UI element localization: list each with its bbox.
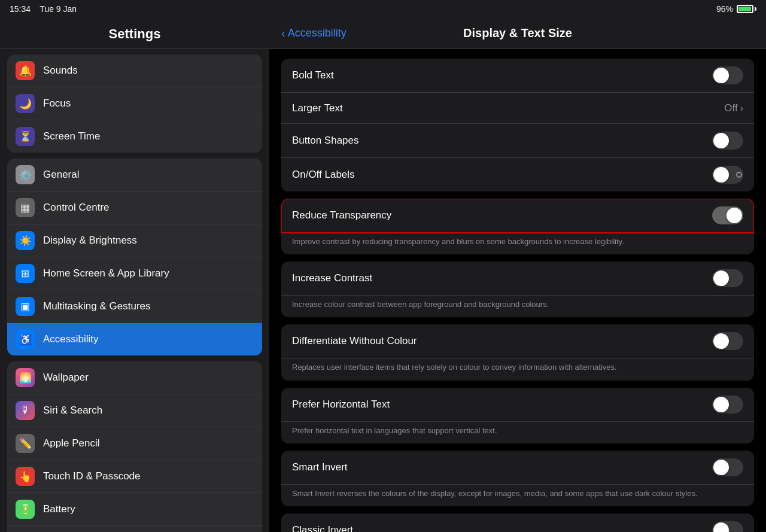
- multitasking-icon: ▣: [16, 297, 35, 316]
- setting-row-button-shapes[interactable]: Button Shapes: [281, 124, 754, 158]
- wallpaper-icon: 🌅: [16, 368, 35, 387]
- sidebar-section-1: 🔔 Sounds 🌙 Focus ⏳ Screen Time: [7, 54, 262, 153]
- button-shapes-toggle[interactable]: [712, 132, 743, 150]
- increase-contrast-toggle[interactable]: [712, 269, 743, 287]
- setting-row-increase-contrast[interactable]: Increase Contrast: [281, 262, 754, 296]
- increase-contrast-label: Increase Contrast: [292, 272, 712, 284]
- smart-invert-label: Smart Invert: [292, 461, 712, 473]
- sidebar-item-battery[interactable]: 🔋 Battery: [7, 493, 262, 526]
- status-bar: 15:34 Tue 9 Jan 96%: [0, 0, 766, 18]
- bold-text-label: Bold Text: [292, 69, 712, 81]
- sidebar-item-multitasking[interactable]: ▣ Multitasking & Gestures: [7, 290, 262, 323]
- sidebar-item-accessibility[interactable]: ♿ Accessibility: [7, 323, 262, 355]
- display-brightness-icon: ☀️: [16, 231, 35, 250]
- bold-text-knob: [713, 68, 729, 83]
- sidebar-item-home-screen[interactable]: ⊞ Home Screen & App Library: [7, 257, 262, 290]
- differentiate-knob: [713, 333, 729, 349]
- sidebar-label-accessibility: Accessibility: [43, 333, 99, 345]
- header-container: ‹ Accessibility Display & Text Size: [281, 26, 754, 40]
- general-icon: ⚙️: [16, 165, 35, 184]
- prefer-horizontal-knob: [713, 397, 729, 412]
- sidebar-label-wallpaper: Wallpaper: [43, 372, 89, 384]
- settings-group-1: Bold Text Larger Text Off › Button Shape…: [281, 59, 754, 191]
- touch-id-icon: 👆: [16, 467, 35, 486]
- setting-row-smart-invert[interactable]: Smart Invert: [281, 451, 754, 485]
- setting-row-differentiate[interactable]: Differentiate Without Colour: [281, 324, 754, 358]
- sidebar-item-apple-pencil[interactable]: ✏️ Apple Pencil: [7, 427, 262, 460]
- larger-text-value: Off: [724, 102, 737, 114]
- battery-icon: [737, 5, 756, 13]
- sidebar-item-privacy[interactable]: 🤚 Privacy & Security: [7, 526, 262, 532]
- sidebar-label-focus: Focus: [43, 98, 71, 110]
- sidebar-item-control-centre[interactable]: ▦ Control Centre: [7, 191, 262, 224]
- smart-invert-toggle[interactable]: [712, 458, 743, 476]
- classic-invert-knob: [713, 522, 729, 532]
- larger-text-chevron-icon: ›: [740, 103, 743, 114]
- reduce-transparency-toggle[interactable]: [712, 206, 743, 224]
- sidebar-item-screen-time[interactable]: ⏳ Screen Time: [7, 120, 262, 153]
- sidebar-label-multitasking: Multitasking & Gestures: [43, 300, 151, 312]
- back-label: Accessibility: [288, 27, 346, 39]
- sidebar-item-general[interactable]: ⚙️ General: [7, 159, 262, 191]
- status-time: 15:34: [10, 4, 31, 14]
- settings-group-reduce-transparency: Reduce Transparency Improve contrast by …: [281, 199, 754, 254]
- increase-contrast-knob: [713, 270, 729, 286]
- bold-text-toggle[interactable]: [712, 66, 743, 84]
- reduce-transparency-desc: Improve contrast by reducing transparenc…: [281, 233, 754, 254]
- settings-group-differentiate: Differentiate Without Colour Replaces us…: [281, 324, 754, 380]
- sidebar: Settings 🔔 Sounds 🌙 Focus ⏳ Screen Time: [0, 18, 269, 532]
- sidebar-label-screen-time: Screen Time: [43, 130, 100, 142]
- onoff-labels-label: On/Off Labels: [292, 169, 712, 181]
- sidebar-item-siri[interactable]: 🎙 Siri & Search: [7, 394, 262, 427]
- larger-text-label: Larger Text: [292, 102, 724, 114]
- screen-time-icon: ⏳: [16, 127, 35, 146]
- accessibility-icon: ♿: [16, 330, 35, 349]
- settings-group-classic-invert: Classic Invert: [281, 513, 754, 532]
- prefer-horizontal-desc: Prefer horizontal text in languages that…: [281, 422, 754, 443]
- prefer-horizontal-toggle[interactable]: [712, 396, 743, 414]
- sidebar-label-display-brightness: Display & Brightness: [43, 235, 137, 247]
- sounds-icon: 🔔: [16, 61, 35, 80]
- back-button[interactable]: ‹ Accessibility: [281, 26, 346, 40]
- sidebar-label-apple-pencil: Apple Pencil: [43, 437, 100, 449]
- onoff-labels-knob: [713, 167, 729, 183]
- differentiate-toggle[interactable]: [712, 332, 743, 350]
- setting-row-bold-text[interactable]: Bold Text: [281, 59, 754, 93]
- onoff-labels-toggle[interactable]: [712, 166, 743, 184]
- setting-row-larger-text[interactable]: Larger Text Off ›: [281, 93, 754, 124]
- setting-row-classic-invert[interactable]: Classic Invert: [281, 513, 754, 532]
- sidebar-item-wallpaper[interactable]: 🌅 Wallpaper: [7, 361, 262, 394]
- battery-percentage: 96%: [716, 4, 733, 14]
- page-title: Display & Text Size: [463, 26, 572, 40]
- smart-invert-desc: Smart Invert reverses the colours of the…: [281, 485, 754, 506]
- back-chevron-icon: ‹: [281, 26, 285, 40]
- onoff-circle: [736, 172, 742, 178]
- setting-row-prefer-horizontal[interactable]: Prefer Horizontal Text: [281, 388, 754, 422]
- apple-pencil-icon: ✏️: [16, 434, 35, 453]
- smart-invert-knob: [713, 460, 729, 475]
- status-time-date: 15:34 Tue 9 Jan: [10, 4, 77, 14]
- sidebar-label-control-centre: Control Centre: [43, 202, 110, 214]
- sidebar-item-touch-id[interactable]: 👆 Touch ID & Passcode: [7, 460, 262, 493]
- sidebar-item-display-brightness[interactable]: ☀️ Display & Brightness: [7, 224, 262, 257]
- main-layout: Settings 🔔 Sounds 🌙 Focus ⏳ Screen Time: [0, 18, 766, 532]
- classic-invert-toggle[interactable]: [712, 521, 743, 532]
- siri-icon: 🎙: [16, 401, 35, 420]
- sidebar-content: 🔔 Sounds 🌙 Focus ⏳ Screen Time ⚙️ Genera…: [0, 48, 269, 532]
- reduce-transparency-label: Reduce Transparency: [292, 209, 712, 221]
- right-panel: ‹ Accessibility Display & Text Size Bold…: [269, 18, 766, 532]
- differentiate-desc: Replaces user interface items that rely …: [281, 358, 754, 380]
- sidebar-item-focus[interactable]: 🌙 Focus: [7, 87, 262, 120]
- battery-sidebar-icon: 🔋: [16, 500, 35, 519]
- setting-row-onoff-labels[interactable]: On/Off Labels: [281, 158, 754, 191]
- status-right: 96%: [716, 4, 756, 14]
- home-screen-icon: ⊞: [16, 264, 35, 283]
- settings-group-prefer-horizontal: Prefer Horizontal Text Prefer horizontal…: [281, 388, 754, 443]
- button-shapes-knob: [713, 133, 729, 148]
- settings-group-smart-invert: Smart Invert Smart Invert reverses the c…: [281, 451, 754, 506]
- right-body: Bold Text Larger Text Off › Button Shape…: [269, 49, 766, 532]
- sidebar-title: Settings: [0, 18, 269, 48]
- sidebar-item-sounds[interactable]: 🔔 Sounds: [7, 54, 262, 87]
- control-centre-icon: ▦: [16, 198, 35, 217]
- setting-row-reduce-transparency[interactable]: Reduce Transparency: [281, 199, 754, 233]
